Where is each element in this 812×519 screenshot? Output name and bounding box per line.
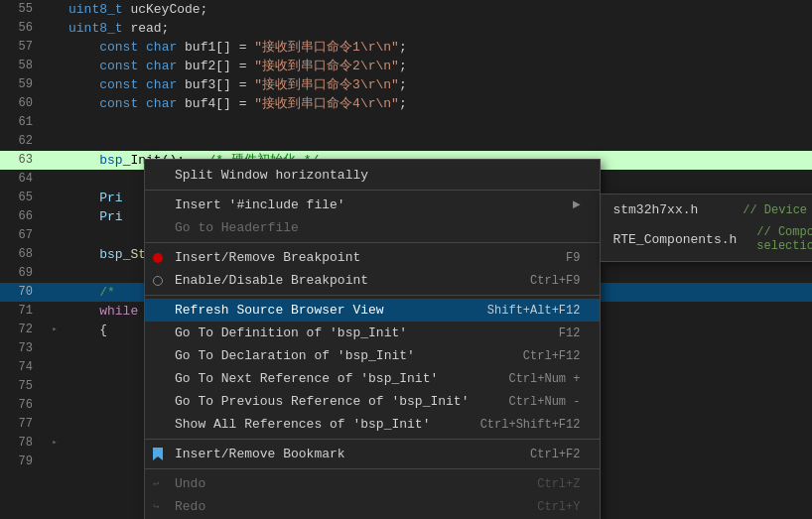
line-number-58: 58 <box>0 57 45 75</box>
line-number-78: 78 <box>0 434 45 453</box>
menu-shortcut-show-all: Ctrl+Shift+F12 <box>480 418 581 432</box>
gutter-72: ▸ <box>45 325 65 335</box>
menu-label-go-to-definition: Go To Definition of 'bsp_Init' <box>175 325 519 340</box>
menu-item-redo: ↪ Redo Ctrl+Y <box>145 495 600 518</box>
code-line-59: 59 const char buf3[] = "接收到串口命令3\r\n"; <box>0 75 812 94</box>
menu-item-go-to-definition[interactable]: Go To Definition of 'bsp_Init' F12 <box>145 322 600 344</box>
line-number-71: 71 <box>0 302 45 321</box>
include-filename-2: RTE_Components.h <box>612 232 737 247</box>
menu-label-go-to-next: Go To Next Reference of 'bsp_Init' <box>175 371 469 386</box>
menu-shortcut-go-to-definition: F12 <box>559 326 581 340</box>
menu-item-refresh-source[interactable]: Refresh Source Browser View Shift+Alt+F1… <box>145 299 600 322</box>
code-line-56: 56 uint8_t read; <box>0 19 812 38</box>
menu-label-enable-breakpoint: Enable/Disable Breakpoint <box>175 273 490 288</box>
submenu-item-stm32[interactable]: stm32h7xx.h // Device header <box>601 198 812 221</box>
submenu-arrow-include: ► <box>573 197 581 212</box>
line-number-77: 77 <box>0 415 45 434</box>
line-number-70: 70 <box>0 283 45 302</box>
line-number-63: 63 <box>0 151 45 170</box>
menu-shortcut-refresh-source: Shift+Alt+F12 <box>487 304 581 318</box>
code-line-58: 58 const char buf2[] = "接收到串口命令2\r\n"; <box>0 57 812 75</box>
menu-label-undo: Undo <box>175 476 497 491</box>
menu-label-go-to-headerfile: Go to Headerfile <box>175 220 580 235</box>
menu-separator-2 <box>145 242 600 243</box>
menu-item-go-to-declaration[interactable]: Go To Declaration of 'bsp_Init' Ctrl+F12 <box>145 344 600 367</box>
menu-shortcut-insert-breakpoint: F9 <box>566 251 580 265</box>
fold-arrow-78[interactable]: ▸ <box>50 439 60 449</box>
menu-item-enable-breakpoint[interactable]: Enable/Disable Breakpoint Ctrl+F9 <box>145 269 600 292</box>
line-number-60: 60 <box>0 94 45 113</box>
line-number-73: 73 <box>0 339 45 358</box>
menu-separator-5 <box>145 468 600 469</box>
breakpoint-circle-icon <box>153 276 163 286</box>
bookmark-icon <box>153 448 163 460</box>
menu-item-show-all[interactable]: Show All References of 'bsp_Init' Ctrl+S… <box>145 413 600 436</box>
code-line-61: 61 <box>0 113 812 132</box>
menu-shortcut-go-to-declaration: Ctrl+F12 <box>523 349 581 363</box>
menu-item-undo: ↩ Undo Ctrl+Z <box>145 472 600 495</box>
fold-arrow-72[interactable]: ▸ <box>50 325 60 335</box>
svg-marker-0 <box>153 448 163 460</box>
code-line-62: 62 <box>0 132 812 151</box>
menu-shortcut-enable-breakpoint: Ctrl+F9 <box>530 274 580 288</box>
line-number-68: 68 <box>0 245 45 264</box>
menu-item-split-window[interactable]: Split Window horizontally <box>145 164 600 187</box>
submenu-item-rte[interactable]: RTE_Components.h // Component selection <box>601 221 812 257</box>
menu-item-insert-breakpoint[interactable]: Insert/Remove Breakpoint F9 <box>145 246 600 269</box>
code-editor: 55 uint8_t ucKeyCode; 56 uint8_t read; 5… <box>0 0 812 519</box>
menu-label-refresh-source: Refresh Source Browser View <box>175 303 448 318</box>
menu-item-go-to-headerfile: Go to Headerfile <box>145 216 600 239</box>
code-line-57: 57 const char buf1[] = "接收到串口命令1\r\n"; <box>0 38 812 57</box>
include-filename-1: stm32h7xx.h <box>612 202 723 217</box>
line-number-62: 62 <box>0 132 45 151</box>
line-number-57: 57 <box>0 38 45 57</box>
undo-icon: ↩ <box>153 477 160 490</box>
line-number-76: 76 <box>0 396 45 415</box>
menu-item-go-to-prev[interactable]: Go To Previous Reference of 'bsp_Init' C… <box>145 390 600 413</box>
menu-item-insert-bookmark[interactable]: Insert/Remove Bookmark Ctrl+F2 <box>145 443 600 465</box>
line-number-79: 79 <box>0 453 45 471</box>
line-content-55: uint8_t ucKeyCode; <box>65 0 812 19</box>
menu-separator-1 <box>145 190 600 191</box>
menu-label-insert-include: Insert '#include file' <box>175 197 565 212</box>
gutter-78: ▸ <box>45 439 65 449</box>
menu-shortcut-go-to-next: Ctrl+Num + <box>508 372 580 386</box>
line-number-59: 59 <box>0 75 45 94</box>
line-content-57: const char buf1[] = "接收到串口命令1\r\n"; <box>65 38 812 57</box>
menu-label-go-to-prev: Go To Previous Reference of 'bsp_Init' <box>175 394 469 409</box>
menu-label-redo: Redo <box>175 499 497 514</box>
menu-shortcut-go-to-prev: Ctrl+Num - <box>508 395 580 409</box>
menu-item-go-to-next[interactable]: Go To Next Reference of 'bsp_Init' Ctrl+… <box>145 367 600 390</box>
menu-label-split-window: Split Window horizontally <box>175 168 580 183</box>
breakpoint-icon <box>153 253 163 263</box>
context-menu: Split Window horizontally Insert '#inclu… <box>144 159 601 519</box>
line-number-74: 74 <box>0 358 45 377</box>
line-number-56: 56 <box>0 19 45 38</box>
redo-icon: ↪ <box>153 500 160 513</box>
menu-item-insert-include[interactable]: Insert '#include file' ► stm32h7xx.h // … <box>145 194 600 216</box>
line-number-55: 55 <box>0 0 45 19</box>
line-content-60: const char buf4[] = "接收到串口命令4\r\n"; <box>65 94 812 113</box>
line-number-69: 69 <box>0 264 45 283</box>
menu-label-show-all: Show All References of 'bsp_Init' <box>175 417 441 432</box>
line-number-64: 64 <box>0 170 45 189</box>
menu-label-insert-breakpoint: Insert/Remove Breakpoint <box>175 250 526 265</box>
menu-shortcut-insert-bookmark: Ctrl+F2 <box>530 448 580 461</box>
include-comment-2: // Component selection <box>756 225 812 253</box>
line-number-67: 67 <box>0 226 45 245</box>
code-line-55: 55 uint8_t ucKeyCode; <box>0 0 812 19</box>
line-number-75: 75 <box>0 377 45 396</box>
menu-label-go-to-declaration: Go To Declaration of 'bsp_Init' <box>175 348 483 363</box>
include-submenu: stm32h7xx.h // Device header RTE_Compone… <box>600 194 812 262</box>
menu-separator-3 <box>145 295 600 296</box>
line-number-66: 66 <box>0 207 45 226</box>
line-number-65: 65 <box>0 189 45 207</box>
include-comment-1: // Device header <box>743 203 812 217</box>
menu-shortcut-redo: Ctrl+Y <box>537 500 580 514</box>
line-content-59: const char buf3[] = "接收到串口命令3\r\n"; <box>65 75 812 94</box>
line-number-72: 72 <box>0 321 45 339</box>
menu-label-insert-bookmark: Insert/Remove Bookmark <box>175 447 490 461</box>
menu-separator-4 <box>145 439 600 440</box>
line-number-61: 61 <box>0 113 45 132</box>
line-content-56: uint8_t read; <box>65 19 812 38</box>
